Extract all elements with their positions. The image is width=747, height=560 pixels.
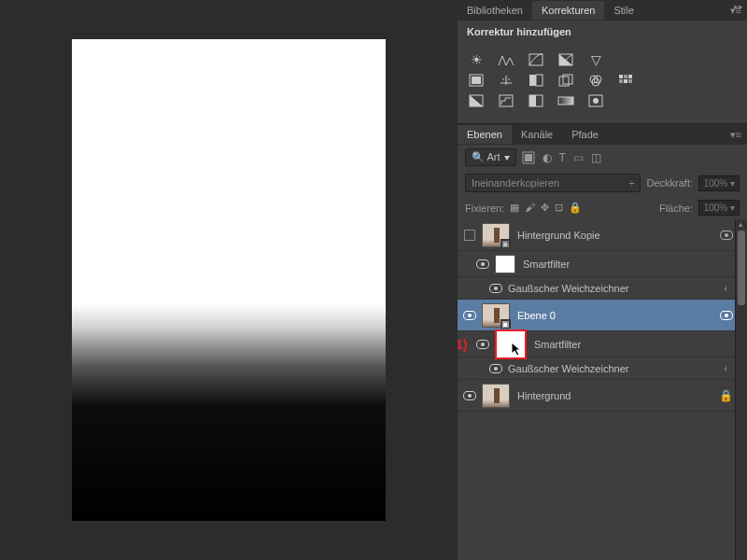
collapse-chevron-icon[interactable]: ▸▸ bbox=[730, 0, 747, 13]
filter-mask-thumbnail[interactable] bbox=[495, 329, 527, 359]
layers-scrollbar[interactable]: ▴ bbox=[735, 219, 747, 560]
svg-rect-12 bbox=[624, 75, 627, 78]
lock-transparency-icon[interactable]: ▦ bbox=[510, 202, 519, 214]
lock-label: Fixieren: bbox=[465, 203, 504, 214]
color-lookup-icon[interactable] bbox=[616, 73, 635, 88]
eye-icon[interactable] bbox=[463, 311, 476, 320]
brightness-contrast-icon[interactable]: ☀ bbox=[467, 52, 486, 67]
smartfilter-row[interactable]: 1) Smartfilter bbox=[458, 331, 735, 357]
svg-rect-11 bbox=[619, 75, 623, 78]
lock-artboard-icon[interactable]: ⊡ bbox=[555, 202, 563, 214]
channel-mixer-icon[interactable] bbox=[586, 73, 605, 88]
fill-input[interactable]: 100% ▾ bbox=[698, 200, 740, 216]
black-white-icon[interactable] bbox=[527, 73, 545, 88]
photo-filter-icon[interactable] bbox=[557, 73, 575, 88]
opacity-label: Deckkraft: bbox=[646, 177, 693, 189]
gradient-map-icon[interactable] bbox=[557, 93, 575, 108]
layer-name[interactable]: Hintergrund bbox=[517, 390, 718, 401]
filter-type-icon[interactable]: T bbox=[559, 151, 566, 164]
selective-color-icon[interactable] bbox=[586, 93, 605, 108]
layer-row-hintergrund-kopie[interactable]: ▣ Hintergrund Kopie bbox=[458, 219, 735, 251]
cursor-icon bbox=[510, 341, 523, 357]
lock-all-icon[interactable]: 🔒 bbox=[569, 202, 582, 214]
eye-icon[interactable] bbox=[720, 231, 733, 240]
eye-icon[interactable] bbox=[720, 311, 733, 320]
layer-name[interactable]: Hintergrund Kopie bbox=[517, 230, 718, 241]
filter-effect-row[interactable]: Gaußscher Weichzeichner ⫞ bbox=[458, 357, 735, 380]
annotation-marker: 1) bbox=[458, 337, 467, 352]
blend-mode-select[interactable]: Ineinanderkopieren÷ bbox=[465, 174, 641, 192]
layer-thumbnail[interactable] bbox=[482, 384, 510, 408]
color-balance-icon[interactable] bbox=[497, 73, 515, 88]
visibility-toggle-icon[interactable] bbox=[464, 230, 475, 241]
exposure-icon[interactable] bbox=[557, 52, 575, 67]
filter-pixel-icon[interactable] bbox=[522, 151, 535, 164]
svg-rect-14 bbox=[619, 79, 623, 83]
layer-row-ebene-0[interactable]: ▣ Ebene 0 bbox=[458, 300, 735, 331]
svg-rect-25 bbox=[525, 154, 532, 161]
filter-blend-options-icon[interactable]: ⫞ bbox=[723, 363, 727, 373]
posterize-icon[interactable] bbox=[497, 93, 515, 108]
tab-korrekturen[interactable]: Korrekturen bbox=[532, 1, 604, 20]
lock-icon[interactable]: 🔒 bbox=[718, 389, 735, 402]
invert-icon[interactable] bbox=[467, 93, 486, 108]
filter-effect-row[interactable]: Gaußscher Weichzeichner ⫞ bbox=[458, 277, 735, 300]
svg-rect-15 bbox=[624, 79, 627, 83]
tab-kanaele[interactable]: Kanäle bbox=[512, 125, 562, 144]
filter-effect-name[interactable]: Gaußscher Weichzeichner bbox=[508, 283, 723, 294]
svg-rect-19 bbox=[529, 95, 536, 106]
filter-smartobject-icon[interactable]: ◫ bbox=[591, 151, 601, 164]
curves-icon[interactable] bbox=[527, 52, 545, 67]
smartfilter-label: Smartfilter bbox=[523, 259, 735, 270]
levels-icon[interactable] bbox=[497, 52, 515, 67]
opacity-input[interactable]: 100% ▾ bbox=[698, 175, 740, 191]
eye-icon[interactable] bbox=[476, 340, 489, 349]
lock-position-icon[interactable]: ✥ bbox=[541, 202, 549, 214]
smartfilter-row[interactable]: Smartfilter bbox=[458, 251, 735, 277]
vibrance-icon[interactable]: ▽ bbox=[586, 52, 605, 67]
add-correction-label: Korrektur hinzufügen bbox=[458, 21, 747, 43]
svg-rect-0 bbox=[529, 54, 543, 65]
filter-mask-thumbnail[interactable] bbox=[495, 255, 515, 273]
svg-rect-5 bbox=[536, 75, 543, 86]
eye-icon[interactable] bbox=[489, 284, 502, 293]
svg-rect-3 bbox=[472, 77, 481, 84]
tab-bibliotheken[interactable]: Bibliotheken bbox=[458, 1, 532, 20]
svg-rect-21 bbox=[558, 97, 573, 105]
layer-filter-kind[interactable]: 🔍 Art bbox=[465, 148, 516, 166]
lock-image-icon[interactable]: 🖌 bbox=[525, 202, 535, 214]
filter-adjustment-icon[interactable]: ◐ bbox=[543, 151, 552, 164]
filter-blend-options-icon[interactable]: ⫞ bbox=[723, 283, 727, 293]
document-canvas[interactable] bbox=[72, 39, 386, 521]
svg-rect-13 bbox=[628, 75, 632, 78]
eye-icon[interactable] bbox=[489, 364, 502, 373]
tab-ebenen[interactable]: Ebenen bbox=[458, 125, 512, 144]
threshold-icon[interactable] bbox=[527, 93, 545, 108]
filter-effect-name[interactable]: Gaußscher Weichzeichner bbox=[508, 363, 723, 374]
fill-label: Fläche: bbox=[659, 203, 693, 214]
layers-panel: Ebenen Kanäle Pfade ▾≡ 🔍 Art ◐ T ▭ ◫ Ine… bbox=[458, 124, 747, 560]
layer-thumbnail[interactable]: ▣ bbox=[482, 223, 510, 247]
smartfilter-label: Smartfilter bbox=[534, 339, 735, 350]
tab-pfade[interactable]: Pfade bbox=[562, 125, 608, 144]
layer-name[interactable]: Ebene 0 bbox=[517, 310, 718, 321]
svg-rect-4 bbox=[529, 75, 536, 86]
filter-shape-icon[interactable]: ▭ bbox=[573, 151, 584, 164]
corrections-panel: Bibliotheken Korrekturen Stile ▾≡ Korrek… bbox=[458, 0, 747, 124]
layer-thumbnail[interactable]: ▣ bbox=[482, 303, 510, 328]
tab-stile[interactable]: Stile bbox=[604, 1, 642, 20]
layers-panel-menu-icon[interactable]: ▾≡ bbox=[725, 129, 747, 141]
eye-icon[interactable] bbox=[476, 259, 489, 269]
layer-row-hintergrund[interactable]: Hintergrund 🔒 bbox=[458, 380, 735, 412]
svg-point-23 bbox=[593, 98, 599, 104]
hue-saturation-icon[interactable] bbox=[467, 73, 486, 88]
eye-icon[interactable] bbox=[463, 391, 476, 400]
svg-rect-16 bbox=[628, 79, 632, 83]
canvas-area: ▸▸ bbox=[0, 0, 458, 560]
scrollbar-thumb[interactable] bbox=[738, 231, 745, 305]
